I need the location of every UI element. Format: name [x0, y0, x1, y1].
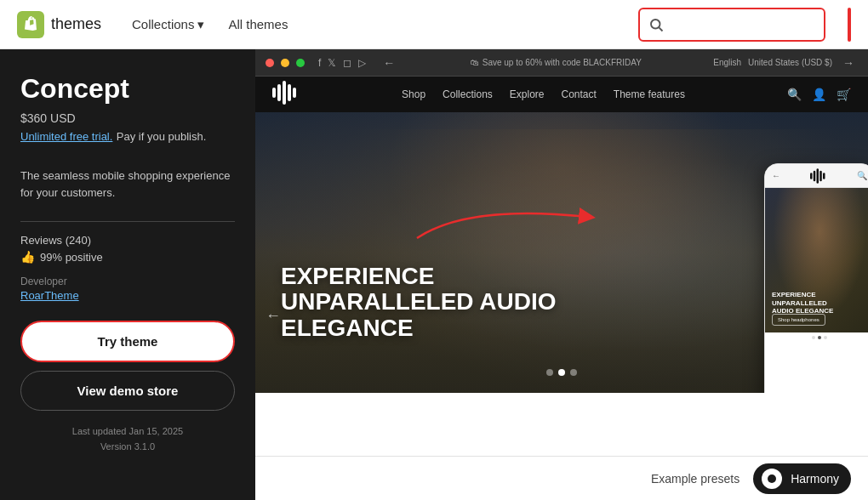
mobile-dots: [765, 336, 868, 339]
youtube-icon: ▷: [358, 57, 366, 69]
toggle-inner-dot: [768, 474, 776, 483]
site-logo: [272, 81, 300, 109]
developer-label: Developer: [20, 276, 235, 287]
social-icons: f 𝕏 ◻ ▷: [311, 57, 373, 69]
currency-selector[interactable]: United States (USD $): [748, 58, 832, 67]
site-nav-collections[interactable]: Collections: [443, 88, 493, 100]
example-presets-label: Example presets: [651, 472, 740, 486]
chevron-down-icon: ▾: [197, 17, 204, 32]
theme-website-preview: Shop Collections Explore Contact Theme f…: [255, 77, 868, 456]
svg-rect-4: [277, 84, 281, 101]
update-info: Last updated Jan 15, 2025 Version 3.1.0: [20, 424, 235, 454]
preview-area: f 𝕏 ◻ ▷ ← 🛍 Save up to 60% with code BLA…: [255, 49, 868, 500]
reviews-label: Reviews (240): [20, 234, 91, 247]
site-navigation: Shop Collections Explore Contact Theme f…: [255, 77, 868, 112]
mobile-dot-1: [812, 336, 815, 339]
positive-text: 99% positive: [40, 251, 103, 264]
hero-section: EXPERIENCE UNPARALLELED AUDIO ELEGANCE ←: [255, 112, 868, 393]
site-user-icon[interactable]: 👤: [812, 88, 826, 101]
browser-back-arrow[interactable]: ←: [380, 56, 398, 70]
facebook-icon: f: [318, 57, 321, 69]
mobile-hero: EXPERIENCEUNPARALLELEDAUDIO ELEGANCE Sho…: [765, 188, 868, 332]
top-navigation: themes Collections ▾ All themes: [0, 0, 868, 49]
svg-rect-0: [17, 11, 44, 38]
hero-dot-1: [546, 369, 553, 376]
site-nav-icons: 🔍 👤 🛒: [787, 88, 851, 101]
hero-dots: [546, 369, 577, 376]
hero-text-overlay: EXPERIENCE UNPARALLELED AUDIO ELEGANCE: [281, 264, 557, 342]
theme-description: The seamless mobile shopping experience …: [20, 168, 235, 201]
svg-rect-8: [810, 173, 813, 179]
mobile-dot-3: [824, 336, 827, 339]
mobile-dot-2: [818, 336, 821, 339]
mobile-back-arrow: ←: [772, 171, 780, 180]
pay-if-publish-text: Pay if you publish.: [117, 130, 207, 143]
site-nav-shop[interactable]: Shop: [402, 88, 425, 100]
preset-toggle[interactable]: Harmony: [753, 463, 851, 494]
theme-sidebar: Concept $360 USD Unlimited free trial. P…: [0, 49, 255, 500]
search-icon: [648, 17, 664, 32]
bottom-bar: Example presets Harmony: [255, 456, 868, 500]
mobile-preview-overlay: ← 🔍: [764, 163, 868, 393]
mobile-top-bar: ← 🔍: [765, 164, 868, 188]
collections-nav-link[interactable]: Collections ▾: [122, 12, 214, 37]
svg-rect-11: [819, 170, 822, 181]
reviews-row: Reviews (240): [20, 234, 235, 247]
nav-links: Collections ▾ All themes: [122, 12, 618, 37]
version-text: Version 3.1.0: [20, 440, 235, 455]
preview-browser: f 𝕏 ◻ ▷ ← 🛍 Save up to 60% with code BLA…: [255, 49, 868, 456]
language-selector[interactable]: English: [713, 58, 741, 67]
site-nav-contact[interactable]: Contact: [562, 88, 597, 100]
site-nav-theme-features[interactable]: Theme features: [614, 88, 685, 100]
developer-name-link[interactable]: RoarTheme: [20, 289, 235, 302]
try-theme-button[interactable]: Try theme: [20, 321, 235, 362]
svg-rect-6: [288, 84, 291, 101]
all-themes-nav-link[interactable]: All themes: [218, 12, 298, 37]
theme-price: $360 USD: [20, 111, 235, 125]
sidebar-divider: [20, 221, 235, 222]
instagram-icon: ◻: [343, 57, 351, 69]
waveform-logo-icon: [272, 81, 300, 105]
site-nav-links: Shop Collections Explore Contact Theme f…: [320, 88, 767, 100]
hero-prev-arrow[interactable]: ←: [266, 307, 281, 325]
svg-rect-10: [817, 168, 819, 184]
search-box[interactable]: [638, 8, 825, 42]
browser-dot-minimize: [281, 59, 289, 67]
svg-rect-3: [272, 88, 276, 98]
hero-headline: EXPERIENCE UNPARALLELED AUDIO ELEGANCE: [281, 264, 557, 342]
last-updated-text: Last updated Jan 15, 2025: [20, 424, 235, 440]
site-nav-explore[interactable]: Explore: [510, 88, 545, 100]
svg-rect-12: [823, 173, 825, 179]
save-notice: 🛍 Save up to 60% with code BLACKFRIDAY: [471, 58, 642, 67]
positive-row: 👍 99% positive: [20, 250, 235, 264]
theme-title: Concept: [20, 73, 235, 105]
save-icon: 🛍: [471, 58, 479, 67]
browser-chrome: f 𝕏 ◻ ▷ ← 🛍 Save up to 60% with code BLA…: [255, 49, 868, 77]
browser-forward-arrow[interactable]: →: [839, 56, 858, 70]
hero-dot-3: [570, 369, 577, 376]
hero-dot-2: [558, 369, 565, 376]
mobile-search-icon: 🔍: [857, 171, 867, 180]
preset-name-label: Harmony: [791, 472, 839, 486]
svg-rect-9: [814, 170, 816, 181]
site-search-icon[interactable]: 🔍: [787, 88, 802, 101]
site-cart-icon[interactable]: 🛒: [837, 88, 851, 101]
free-trial-link[interactable]: Unlimited free trial.: [20, 130, 112, 143]
main-layout: Concept $360 USD Unlimited free trial. P…: [0, 49, 868, 500]
svg-rect-7: [293, 88, 296, 98]
nav-right-accent-bar: [848, 8, 851, 42]
svg-line-2: [659, 27, 662, 31]
svg-rect-5: [283, 81, 286, 105]
shopify-logo-icon: [17, 11, 44, 38]
svg-point-1: [651, 20, 660, 29]
thumbs-up-icon: 👍: [20, 250, 35, 264]
mobile-hero-text: EXPERIENCEUNPARALLELEDAUDIO ELEGANCE: [772, 291, 833, 315]
logo-area: themes: [17, 11, 101, 38]
twitter-icon: 𝕏: [328, 57, 336, 69]
mobile-cta-button: Shop headphones: [772, 314, 825, 326]
mobile-logo-icon: [810, 168, 827, 184]
logo-text: themes: [51, 15, 101, 33]
view-demo-store-button[interactable]: View demo store: [20, 371, 235, 411]
toggle-circle: [762, 469, 782, 489]
browser-dot-close: [266, 59, 274, 67]
